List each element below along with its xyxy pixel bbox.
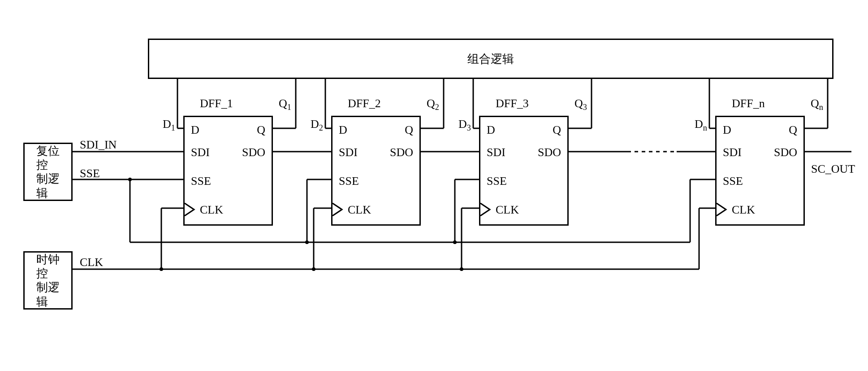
- svg-point-41: [128, 178, 132, 181]
- svg-point-45: [312, 267, 315, 271]
- dff2-pin-q: Q: [405, 123, 413, 137]
- d3-label: D3: [458, 118, 471, 133]
- qn-label: Qn: [811, 97, 823, 112]
- dff3-pin-d: D: [487, 123, 495, 137]
- clock-line2: 制逻辑: [36, 280, 60, 308]
- dff2-pin-sse: SSE: [339, 175, 359, 188]
- dff1-pin-clk: CLK: [200, 203, 223, 217]
- dff2-pin-clk: CLK: [348, 203, 371, 217]
- dff1-pin-sdo: SDO: [242, 146, 265, 159]
- dffn-pin-clk: CLK: [732, 203, 755, 217]
- dff3-pin-sdi: SDI: [487, 146, 505, 159]
- dffn-pin-sdo: SDO: [774, 146, 797, 159]
- dffn-pin-d: D: [723, 123, 731, 137]
- dff2-pin-d: D: [339, 123, 347, 137]
- clk-label: CLK: [80, 256, 103, 269]
- dff1-pin-sse: SSE: [191, 175, 211, 188]
- dff2-title: DFF_2: [348, 97, 381, 110]
- dff-2-block: D Q SDI SDO SSE CLK: [331, 116, 421, 226]
- dff1-pin-sdi: SDI: [191, 146, 210, 159]
- dffn-pin-sse: SSE: [723, 175, 743, 188]
- q1-label: Q1: [279, 97, 291, 112]
- d1-label: D1: [163, 118, 175, 133]
- dff-1-block: D Q SDI SDO SSE CLK: [183, 116, 273, 226]
- clock-control-block: 时钟控 制逻辑: [23, 251, 73, 310]
- dff3-pin-sse: SSE: [487, 175, 507, 188]
- sc-out-label: SC_OUT: [811, 162, 855, 176]
- reset-line2: 制逻辑: [36, 172, 60, 200]
- combinational-logic-block: 组合逻辑: [148, 39, 833, 79]
- sdi-in-label: SDI_IN: [80, 138, 117, 152]
- q2-label: Q2: [427, 97, 439, 112]
- diagram-canvas: 组合逻辑 复位控 制逻辑 时钟控 制逻辑 D Q SDI SDO SSE CLK…: [0, 0, 868, 371]
- d2-label: D2: [311, 118, 323, 133]
- dff1-pin-d: D: [191, 123, 199, 137]
- svg-point-43: [453, 240, 457, 244]
- dn-label: Dn: [695, 118, 707, 133]
- dff-3-block: D Q SDI SDO SSE CLK: [479, 116, 569, 226]
- dff2-pin-sdi: SDI: [339, 146, 358, 159]
- reset-control-block: 复位控 制逻辑: [23, 143, 73, 201]
- dff-n-block: D Q SDI SDO SSE CLK: [715, 116, 805, 226]
- svg-point-46: [460, 267, 463, 271]
- dff3-title: DFF_3: [496, 97, 529, 110]
- q3-label: Q3: [574, 97, 587, 112]
- dff3-pin-clk: CLK: [496, 203, 519, 217]
- dffn-pin-q: Q: [789, 123, 797, 137]
- clock-line1: 时钟控: [36, 253, 60, 280]
- reset-line1: 复位控: [36, 144, 60, 172]
- svg-point-42: [305, 240, 309, 244]
- sse-label: SSE: [80, 167, 100, 180]
- dffn-title: DFF_n: [732, 97, 765, 110]
- combinational-logic-label: 组合逻辑: [149, 51, 832, 67]
- dff1-title: DFF_1: [200, 97, 233, 110]
- dffn-pin-sdi: SDI: [723, 146, 742, 159]
- dff3-pin-q: Q: [553, 123, 561, 137]
- dff3-pin-sdo: SDO: [538, 146, 561, 159]
- dff1-pin-q: Q: [257, 123, 265, 137]
- svg-point-44: [160, 267, 163, 271]
- dff2-pin-sdo: SDO: [390, 146, 413, 159]
